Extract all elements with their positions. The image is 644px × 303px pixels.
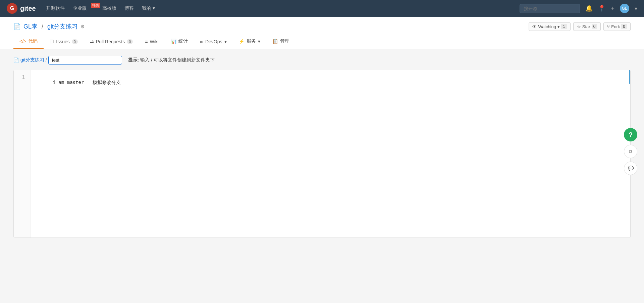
fork-count: 0 <box>621 24 627 29</box>
services-dropdown-icon: ▾ <box>258 39 260 44</box>
fork-icon: ⑂ <box>607 24 610 29</box>
help-button[interactable]: ? <box>624 128 637 141</box>
nav-blog[interactable]: 博客 <box>124 5 134 11</box>
mine-dropdown-icon: ▾ <box>153 5 155 11</box>
brand-logo[interactable]: G gitee <box>7 3 36 14</box>
chat-icon: 💬 <box>628 166 634 171</box>
scrollbar-thumb <box>629 70 630 84</box>
breadcrumb: 📄 git分支练习 / <box>13 56 122 64</box>
watching-count: 1 <box>561 24 567 29</box>
nav-mine[interactable]: 我的 ▾ <box>142 5 155 11</box>
main-content: 📄 git分支练习 / 提示: 输入 / 可以将文件创建到新文件夹下 1 i a… <box>0 49 644 245</box>
notification-icon[interactable]: 🔔 <box>585 5 593 12</box>
location-icon[interactable]: 📍 <box>598 5 605 12</box>
nav-enterprise[interactable]: 企业版 特惠 <box>73 5 94 11</box>
navbar-links: 开源软件 企业版 特惠 高校版 博客 我的 ▾ <box>46 5 510 11</box>
eye-icon: 👁 <box>532 24 537 29</box>
repo-header: 📄 GL李 / git分支练习 ⚙ 👁 Watching ▾ 1 ☆ Star … <box>0 17 644 49</box>
editor-content[interactable]: i am master 模拟修改分支 <box>31 70 630 237</box>
repo-title-row: 📄 GL李 / git分支练习 ⚙ 👁 Watching ▾ 1 ☆ Star … <box>13 22 631 31</box>
avatar-dropdown-icon: ▾ <box>635 5 637 12</box>
repo-owner-link[interactable]: GL李 <box>23 23 38 31</box>
services-icon: ⚡ <box>239 39 245 44</box>
enterprise-badge: 特惠 <box>91 3 100 8</box>
editor-container: 1 i am master 模拟修改分支 <box>13 70 631 238</box>
issues-badge: 0 <box>72 39 78 44</box>
gitee-logo-icon: G <box>7 3 17 14</box>
pr-badge: 0 <box>127 39 133 44</box>
watching-dropdown-icon: ▾ <box>557 24 560 29</box>
float-buttons: ? ⧉ 💬 <box>624 128 637 175</box>
add-icon[interactable]: + <box>611 5 614 12</box>
code-icon: </> <box>19 39 26 44</box>
tab-code[interactable]: </> 代码 <box>13 35 44 49</box>
tab-services[interactable]: ⚡ 服务 ▾ <box>233 35 266 49</box>
editor-gutter: 1 <box>14 70 31 237</box>
tab-stats[interactable]: 📊 统计 <box>165 35 194 49</box>
fork-button[interactable]: ⑂ Fork 0 <box>603 22 631 31</box>
filename-input[interactable] <box>48 56 122 64</box>
text-cursor <box>121 80 121 85</box>
navbar: G gitee 开源软件 企业版 特惠 高校版 博客 我的 ▾ 🔔 📍 + GL… <box>0 0 644 17</box>
star-icon: ☆ <box>577 24 581 29</box>
nav-open-source[interactable]: 开源软件 <box>46 5 65 11</box>
watching-button[interactable]: 👁 Watching ▾ 1 <box>529 22 570 31</box>
breadcrumb-separator: / <box>46 57 47 63</box>
breadcrumb-repo-link[interactable]: git分支练习 <box>20 57 44 63</box>
help-icon: ? <box>629 131 633 139</box>
star-button[interactable]: ☆ Star 0 <box>573 22 601 31</box>
navbar-right: 🔔 📍 + GL ▾ <box>520 4 637 13</box>
brand-name: gitee <box>20 5 36 12</box>
tab-devops[interactable]: ∞ DevOps ▾ <box>194 36 233 49</box>
pr-icon: ⇄ <box>90 39 94 44</box>
tab-pull-requests[interactable]: ⇄ Pull Requests 0 <box>84 36 139 49</box>
tab-issues[interactable]: ☐ Issues 0 <box>44 36 84 49</box>
external-link-icon: ⧉ <box>629 149 632 155</box>
repo-settings-icon[interactable]: ⚙ <box>80 24 85 29</box>
avatar[interactable]: GL <box>620 4 629 13</box>
external-link-button[interactable]: ⧉ <box>624 145 637 158</box>
repo-icon: 📄 <box>13 23 21 30</box>
tab-manage[interactable]: 📋 管理 <box>266 35 296 49</box>
repo-actions: 👁 Watching ▾ 1 ☆ Star 0 ⑂ Fork 0 <box>529 22 631 31</box>
devops-dropdown-icon: ▾ <box>224 39 227 44</box>
chat-button[interactable]: 💬 <box>624 162 637 175</box>
line-number: 1 <box>19 74 25 80</box>
stats-icon: 📊 <box>171 39 176 44</box>
path-hint: 提示: 输入 / 可以将文件创建到新文件夹下 <box>128 57 215 63</box>
devops-icon: ∞ <box>200 39 203 44</box>
issues-icon: ☐ <box>50 39 54 44</box>
manage-icon: 📋 <box>272 39 278 44</box>
repo-name-link[interactable]: git分支练习 <box>47 23 78 31</box>
wiki-icon: ≡ <box>145 39 148 44</box>
search-input[interactable] <box>520 4 580 13</box>
repo-title: 📄 GL李 / git分支练习 ⚙ <box>13 23 85 31</box>
repo-tabs: </> 代码 ☐ Issues 0 ⇄ Pull Requests 0 ≡ Wi… <box>13 35 631 49</box>
path-bar: 📄 git分支练习 / 提示: 输入 / 可以将文件创建到新文件夹下 <box>13 56 631 64</box>
star-count: 0 <box>592 24 597 29</box>
tab-wiki[interactable]: ≡ Wiki <box>139 36 165 49</box>
nav-university[interactable]: 高校版 <box>102 5 116 11</box>
breadcrumb-repo-icon: 📄 <box>13 57 19 63</box>
